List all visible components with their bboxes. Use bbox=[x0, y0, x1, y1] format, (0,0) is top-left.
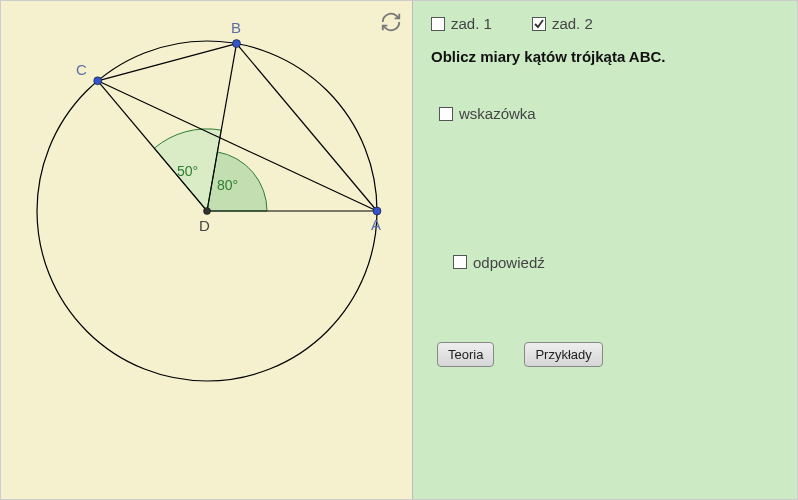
problem-title: Oblicz miary kątów trójkąta ABC. bbox=[431, 48, 779, 65]
checkbox-icon bbox=[431, 17, 445, 31]
control-panel: zad. 1 zad. 2 Oblicz miary kątów trójkąt… bbox=[413, 1, 797, 499]
svg-point-10 bbox=[204, 208, 211, 215]
geometry-panel: A B C D 50° 80° bbox=[1, 1, 413, 499]
svg-point-9 bbox=[94, 77, 102, 85]
checkbox-icon bbox=[532, 17, 546, 31]
task-2-label: zad. 2 bbox=[552, 15, 593, 32]
angle-label-50: 50° bbox=[177, 163, 198, 179]
task-1-label: zad. 1 bbox=[451, 15, 492, 32]
svg-point-7 bbox=[373, 207, 381, 215]
app-root: A B C D 50° 80° zad. 1 zad. 2 Oblicz mia… bbox=[0, 0, 798, 500]
task-2-checkbox[interactable]: zad. 2 bbox=[532, 15, 593, 32]
point-label-d: D bbox=[199, 217, 210, 234]
svg-line-5 bbox=[98, 44, 237, 81]
theory-button[interactable]: Teoria bbox=[437, 342, 494, 367]
hint-checkbox[interactable]: wskazówka bbox=[439, 105, 536, 122]
point-label-c: C bbox=[76, 61, 87, 78]
angle-label-80: 80° bbox=[217, 177, 238, 193]
point-label-b: B bbox=[231, 19, 241, 36]
answer-checkbox[interactable]: odpowiedź bbox=[453, 254, 545, 271]
button-row: Teoria Przykłady bbox=[437, 342, 779, 367]
checkbox-icon bbox=[439, 107, 453, 121]
svg-point-8 bbox=[233, 40, 241, 48]
task-1-checkbox[interactable]: zad. 1 bbox=[431, 15, 492, 32]
checkbox-icon bbox=[453, 255, 467, 269]
hint-label: wskazówka bbox=[459, 105, 536, 122]
answer-label: odpowiedź bbox=[473, 254, 545, 271]
point-label-a: A bbox=[371, 216, 381, 233]
task-row: zad. 1 zad. 2 bbox=[431, 15, 779, 32]
examples-button[interactable]: Przykłady bbox=[524, 342, 602, 367]
geometry-figure bbox=[1, 1, 413, 499]
